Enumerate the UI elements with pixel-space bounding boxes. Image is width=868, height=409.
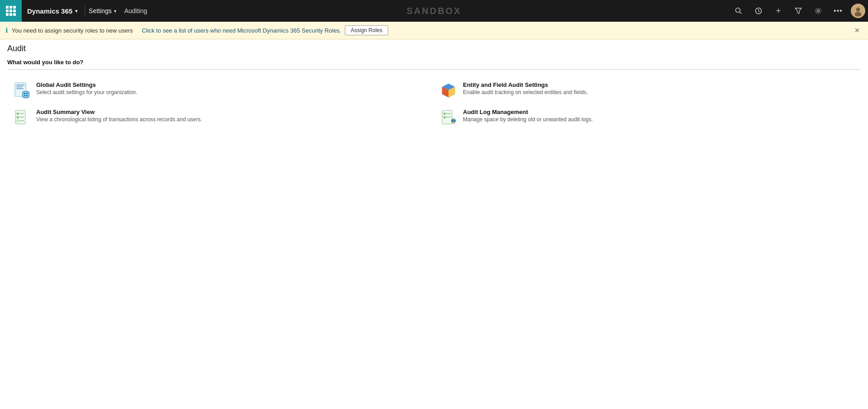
svg-point-34 xyxy=(452,122,455,124)
user-avatar-button[interactable] xyxy=(848,0,868,22)
header-right-controls: + ••• xyxy=(729,0,868,22)
audit-log-management-desc: Manage space by deleting old or unwanted… xyxy=(463,116,593,123)
svg-line-1 xyxy=(740,12,742,14)
svg-point-0 xyxy=(736,8,740,13)
entity-audit-settings-desc: Enable audit tracking on selected entiti… xyxy=(463,89,588,95)
entity-audit-settings-text: Entity and Field Audit Settings Enable a… xyxy=(463,81,588,95)
audit-options-grid: Global Audit Settings Select audit setti… xyxy=(7,77,861,131)
svg-point-33 xyxy=(453,119,454,121)
svg-rect-10 xyxy=(16,88,24,89)
audit-summary-icon xyxy=(13,109,31,127)
svg-rect-24 xyxy=(19,117,24,118)
clock-icon xyxy=(755,7,762,14)
audit-log-icon xyxy=(439,109,458,127)
info-icon: ℹ xyxy=(5,26,8,34)
svg-rect-22 xyxy=(19,113,24,114)
notification-bar: ℹ You need to assign security roles to n… xyxy=(0,22,868,39)
content-area: What would you like to do? xyxy=(0,55,868,135)
header: Dynamics 365 ▾ Settings ▾ Auditing SANDB… xyxy=(0,0,868,22)
global-audit-icon xyxy=(13,81,31,100)
audit-summary-view-text: Audit Summary View View a chronological … xyxy=(36,109,202,123)
new-record-button[interactable]: + xyxy=(768,0,788,22)
svg-marker-3 xyxy=(795,8,801,14)
settings-menu-button[interactable]: Settings ▾ xyxy=(87,7,118,14)
recent-items-button[interactable] xyxy=(749,0,768,22)
settings-label: Settings xyxy=(89,7,112,14)
notification-message: You need to assign security roles to new… xyxy=(12,27,133,34)
ellipsis-icon: ••• xyxy=(834,7,843,15)
audit-summary-view-desc: View a chronological listing of transact… xyxy=(36,116,202,123)
global-audit-settings-text: Global Audit Settings Select audit setti… xyxy=(36,81,137,95)
svg-rect-31 xyxy=(446,117,451,118)
header-divider xyxy=(85,5,85,16)
app-name-button[interactable]: Dynamics 365 ▾ xyxy=(22,7,83,15)
entity-audit-settings-item[interactable]: Entity and Field Audit Settings Enable a… xyxy=(434,77,861,104)
waffle-menu-button[interactable] xyxy=(0,0,22,22)
global-audit-settings-title: Global Audit Settings xyxy=(36,81,137,88)
breadcrumb: Auditing xyxy=(118,7,154,14)
entity-audit-icon xyxy=(439,81,458,100)
section-heading: What would you like to do? xyxy=(7,59,861,70)
avatar xyxy=(851,4,865,18)
svg-rect-26 xyxy=(19,120,24,121)
audit-log-management-title: Audit Log Management xyxy=(463,109,593,115)
svg-point-5 xyxy=(856,8,860,12)
svg-point-4 xyxy=(817,10,820,12)
advanced-find-button[interactable] xyxy=(788,0,808,22)
search-button[interactable] xyxy=(729,0,749,22)
entity-audit-settings-title: Entity and Field Audit Settings xyxy=(463,81,588,88)
svg-rect-29 xyxy=(446,113,451,114)
gear-icon xyxy=(815,7,822,14)
svg-rect-25 xyxy=(17,120,19,122)
audit-summary-view-title: Audit Summary View xyxy=(36,109,202,115)
settings-button[interactable] xyxy=(808,0,828,22)
audit-summary-view-item[interactable]: Audit Summary View View a chronological … xyxy=(7,104,434,131)
notification-close-button[interactable]: ✕ xyxy=(852,27,863,34)
svg-rect-9 xyxy=(16,86,23,87)
plus-icon: + xyxy=(776,6,781,16)
sandbox-label: SANDBOX xyxy=(406,6,461,16)
audit-log-management-item[interactable]: Audit Log Management Manage space by del… xyxy=(434,104,861,131)
svg-point-6 xyxy=(855,12,862,16)
settings-chevron: ▾ xyxy=(114,9,116,14)
svg-rect-8 xyxy=(16,85,24,86)
global-audit-settings-desc: Select audit settings for your organizat… xyxy=(36,89,137,95)
notification-link xyxy=(137,27,138,34)
app-name-label: Dynamics 365 xyxy=(27,7,72,15)
assign-roles-button[interactable]: Assign Roles xyxy=(345,25,388,35)
filter-icon xyxy=(795,7,802,14)
search-icon xyxy=(735,7,742,14)
page-title: Audit xyxy=(0,39,868,55)
global-audit-settings-item[interactable]: Global Audit Settings Select audit setti… xyxy=(7,77,434,104)
audit-log-management-text: Audit Log Management Manage space by del… xyxy=(463,109,593,123)
app-name-chevron: ▾ xyxy=(75,9,77,14)
waffle-icon xyxy=(6,6,16,16)
notification-link-text[interactable]: Click to see a list of users who need Mi… xyxy=(142,27,341,34)
more-options-button[interactable]: ••• xyxy=(828,0,848,22)
user-icon xyxy=(853,5,863,16)
